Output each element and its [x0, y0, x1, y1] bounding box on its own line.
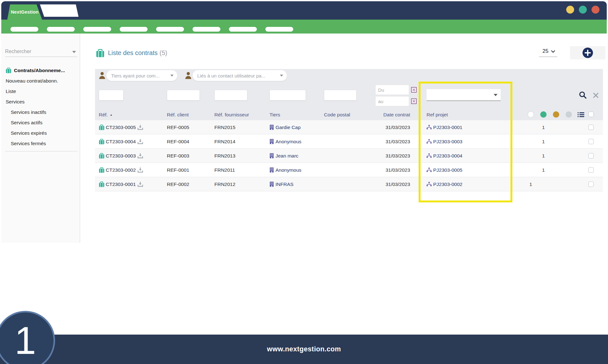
ref-projet-link[interactable]: PJ2303-0002	[433, 177, 462, 191]
filter-ref-client-input[interactable]	[167, 90, 200, 101]
thirdparty-filter-select[interactable]: Tiers ayant pour com...	[106, 70, 177, 81]
menu-item-placeholder[interactable]	[193, 27, 220, 32]
sidebar-item-3[interactable]: Services	[1, 96, 80, 107]
status-closed-circle[interactable]	[566, 111, 572, 118]
menu-placeholders	[10, 27, 293, 32]
tiers-link[interactable]: Jean marc	[276, 149, 298, 163]
col-header-date-contrat[interactable]: Date contrat	[367, 109, 410, 120]
menu-item-placeholder[interactable]	[10, 27, 38, 32]
chevron-down-icon	[494, 94, 497, 96]
col-header-ref-projet[interactable]: Ref projet	[427, 109, 448, 120]
chevron-down-icon[interactable]	[72, 51, 76, 53]
filter-code-postal-input[interactable]	[324, 90, 357, 101]
ref-projet-link[interactable]: PJ2303-0004	[433, 149, 462, 163]
sidebar-item-0[interactable]: Contrats/Abonneme...	[1, 65, 80, 76]
window-dot-yellow[interactable]	[566, 6, 574, 14]
ref-projet-link[interactable]: PJ2303-0005	[433, 163, 462, 177]
filter-date-from-input[interactable]	[375, 85, 409, 95]
contract-ref-link[interactable]: CT2303-0004	[106, 134, 136, 149]
filter-date-to-input[interactable]	[375, 96, 409, 106]
col-header-ref[interactable]: Réf.▲	[99, 109, 112, 120]
user-icon	[99, 71, 105, 81]
top-bar	[1, 1, 607, 20]
menu-item-placeholder[interactable]	[265, 27, 293, 32]
filter-ref-projet-select[interactable]	[427, 89, 501, 101]
menu-item-placeholder[interactable]	[229, 27, 257, 32]
contract-ref-link[interactable]: CT2303-0003	[106, 149, 136, 163]
col-header-ref-fournisseur[interactable]: Réf. fournisseur	[214, 109, 249, 120]
col-header-code-postal[interactable]: Code postal	[324, 109, 350, 120]
download-icon[interactable]	[137, 153, 143, 160]
ref-client-cell: REF-0002	[167, 177, 189, 191]
sidebar-item-label: Contrats/Abonneme...	[14, 65, 65, 76]
window-controls	[566, 6, 599, 14]
brand-tab[interactable]: NextGestion	[7, 4, 42, 20]
sidebar-item-2[interactable]: Liste	[1, 86, 80, 96]
tiers-link[interactable]: Anonymous	[276, 163, 301, 177]
status-active-circle[interactable]	[540, 111, 547, 118]
contract-ref-link[interactable]: CT2303-0005	[106, 120, 136, 134]
sidebar-item-6[interactable]: Services expirés	[1, 128, 80, 138]
page-title: Liste des contrats(5)	[108, 49, 167, 57]
download-icon[interactable]	[137, 125, 143, 131]
sidebar-item-label: Services inactifs	[11, 107, 46, 117]
ref-projet-link[interactable]: PJ2303-0003	[433, 134, 462, 149]
ref-projet-link[interactable]: PJ2303-0001	[433, 120, 462, 134]
ref-client-cell: REF-0001	[167, 163, 189, 177]
search-icon[interactable]	[579, 91, 587, 100]
status-expired-circle[interactable]	[553, 111, 559, 118]
ref-fournisseur-cell: FRN2013	[214, 149, 235, 163]
menu-item-placeholder[interactable]	[83, 27, 111, 32]
contact-filter-select[interactable]: Liés à un contact utilisateur pa...	[193, 70, 287, 81]
calendar-icon[interactable]	[411, 87, 417, 94]
download-icon[interactable]	[137, 139, 143, 145]
tiers-link[interactable]: INFRAS	[276, 177, 294, 191]
menu-item-placeholder[interactable]	[120, 27, 148, 32]
tiers-link[interactable]: Anonymous	[276, 134, 301, 149]
window-dot-green[interactable]	[579, 6, 587, 14]
row-checkbox[interactable]	[588, 153, 594, 158]
ref-client-cell: REF-0004	[167, 134, 189, 149]
contract-ref-link[interactable]: CT2303-0002	[106, 163, 136, 177]
sidebar-item-4[interactable]: Services inactifs	[1, 107, 80, 117]
sidebar-item-label: Services actifs	[11, 117, 42, 128]
sidebar-item-1[interactable]: Nouveau contrat/abonn.	[1, 76, 80, 86]
footer-url: www.nextgestion.com	[0, 335, 608, 364]
filter-ref-fournisseur-input[interactable]	[214, 90, 247, 101]
row-checkbox[interactable]	[588, 139, 594, 144]
filter-ref-input[interactable]	[99, 90, 124, 101]
col-header-ref-client[interactable]: Réf. client	[167, 109, 189, 120]
row-checkbox[interactable]	[588, 167, 594, 173]
briefcase-icon	[99, 125, 104, 132]
menu-item-placeholder[interactable]	[156, 27, 184, 32]
status-inactive-circle[interactable]	[528, 111, 534, 118]
search-input[interactable]	[5, 47, 68, 56]
date-contrat-cell: 31/03/2023	[367, 120, 410, 134]
window-dot-red[interactable]	[592, 6, 599, 14]
building-icon	[269, 182, 274, 188]
ref-fournisseur-cell: FRN2011	[214, 163, 235, 177]
clear-filters-icon[interactable]	[593, 92, 599, 100]
service-count-cell: 1	[537, 120, 550, 134]
download-icon[interactable]	[137, 167, 143, 174]
sidebar-item-7[interactable]: Services fermés	[1, 138, 80, 149]
contract-ref-link[interactable]: CT2303-0001	[106, 177, 136, 191]
table-row: CT2303-0003REF-0003FRN2013Jean marc31/03…	[95, 149, 603, 163]
page-size-select[interactable]: 25	[539, 48, 557, 57]
sidebar-menu: Contrats/Abonneme...Nouveau contrat/abon…	[1, 65, 80, 149]
add-contract-button[interactable]	[570, 46, 605, 59]
row-checkbox[interactable]	[588, 125, 594, 130]
brand-name: NextGestion	[11, 9, 39, 15]
menu-item-placeholder[interactable]	[47, 27, 75, 32]
list-view-icon[interactable]	[578, 112, 584, 119]
row-checkbox[interactable]	[588, 182, 594, 187]
tiers-link[interactable]: Gardie Cap	[276, 120, 301, 134]
filter-tiers-input[interactable]	[269, 90, 306, 101]
download-icon[interactable]	[137, 182, 143, 188]
ref-fournisseur-cell: FRN2014	[214, 134, 235, 149]
col-header-tiers[interactable]: Tiers	[269, 109, 280, 120]
sidebar-item-5[interactable]: Services actifs	[1, 117, 80, 128]
calendar-icon[interactable]	[411, 98, 417, 105]
building-icon	[269, 139, 274, 145]
select-all-checkbox[interactable]	[588, 112, 594, 117]
